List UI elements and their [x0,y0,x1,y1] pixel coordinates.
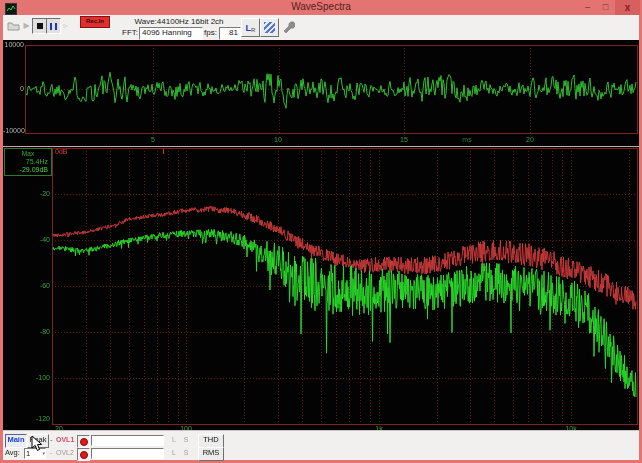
ovl2-record-led[interactable] [77,448,90,461]
spectrum-panel: Max 75.4Hz -29.09dB 0dB -20 -40 -60 -80 … [3,146,639,430]
thd-button[interactable]: THD [198,434,224,448]
ovl2-l-button[interactable]: L [169,447,179,458]
max-readout-box: Max 75.4Hz -29.09dB [4,148,52,176]
wave-ytick-min: -10000 [3,127,24,135]
rec-in-badge: Rec.In [80,16,110,28]
pause-icon [50,23,57,30]
main-button[interactable]: Main [5,434,27,448]
ovl1-dash: - [50,434,53,445]
stop-button[interactable] [32,18,47,34]
ovl1-label[interactable]: OVL1 [56,434,76,445]
rms-button[interactable]: RMS [198,447,224,461]
display-mode-button[interactable] [260,18,279,37]
spec-ytick--100: -100 [27,374,50,382]
spec-ytick--120: -120 [27,415,50,423]
window-title: WaveSpectra [0,1,642,12]
channel-lr-button[interactable]: LR [241,18,260,37]
display-mode-icon [264,22,275,33]
wavespectra-window: WaveSpectra – □ x ▶ ▹ Rec.In Wave:44100H… [0,0,642,463]
bottom-control-bar: Main Peak - OVL1 L S THD Avg: 1 ▾ - OVL2… [3,430,639,460]
settings-wrench-icon[interactable] [280,18,297,35]
peak-button[interactable]: Peak [27,434,49,448]
fft-label: FFT: [122,28,138,37]
wave-xtick-20: 20 [521,136,539,144]
fps-field: 81 [219,27,241,40]
spec-ytick--80: -80 [27,328,50,336]
fps-label: fps: [204,28,217,37]
ovl1-l-button[interactable]: L [169,434,179,445]
waveform-plot [3,40,639,146]
spinner-arrow-icon[interactable]: ▾ [42,449,45,458]
waveform-panel: 10000 0 -10000 5 10 15 ms 20 [3,40,639,146]
wave-x-unit: ms [458,136,476,144]
ovl1-record-led[interactable] [77,435,90,448]
play-icon[interactable]: ▶ [22,20,31,31]
pause-button[interactable] [46,18,61,34]
spec-ytick-0db: 0dB [55,148,67,156]
max-title: Max [5,150,51,157]
ovl2-led-dot [80,451,88,459]
avg-count-spinner[interactable]: 1 ▾ [24,448,46,459]
title-bar: WaveSpectra – □ x [0,0,642,15]
minimize-button[interactable]: – [580,2,595,13]
ovl2-dash: - [50,447,53,458]
max-level: -29.09dB [20,166,48,173]
wave-ytick-max: 10000 [3,41,24,49]
avg-count-value: 1 [26,449,30,458]
ovl2-s-button[interactable]: S [181,447,191,458]
avg-label: Avg: [5,447,20,458]
ovl2-file-input[interactable] [91,448,164,459]
fft-setting-field[interactable]: 4096 Hanning [139,27,203,40]
toolbar: ▶ ▹ Rec.In Wave:44100Hz 16bit 2ch FFT: 4… [3,15,639,41]
spec-ytick--20: -20 [27,190,50,198]
channel-r-label: R [251,27,255,33]
stop-icon [37,23,43,29]
wave-xtick-15: 15 [395,136,413,144]
ovl1-led-dot [80,438,88,446]
wave-ytick-zero: 0 [3,85,24,93]
wave-xtick-10: 10 [269,136,287,144]
spec-ytick--40: -40 [27,236,50,244]
monitor-icon[interactable]: ▹ [61,20,70,31]
ovl2-label[interactable]: OVL2 [56,447,76,458]
ovl1-s-button[interactable]: S [181,434,191,445]
spectrum-plot [3,147,639,431]
close-button[interactable]: x [615,0,640,15]
wave-format-info: Wave:44100Hz 16bit 2ch [116,17,242,26]
ovl1-file-input[interactable] [91,435,164,446]
spec-ytick--60: -60 [27,282,50,290]
open-file-icon[interactable] [6,19,21,32]
maximize-button[interactable]: □ [598,2,613,13]
wave-xtick-5: 5 [144,136,162,144]
max-frequency: 75.4Hz [26,158,48,165]
